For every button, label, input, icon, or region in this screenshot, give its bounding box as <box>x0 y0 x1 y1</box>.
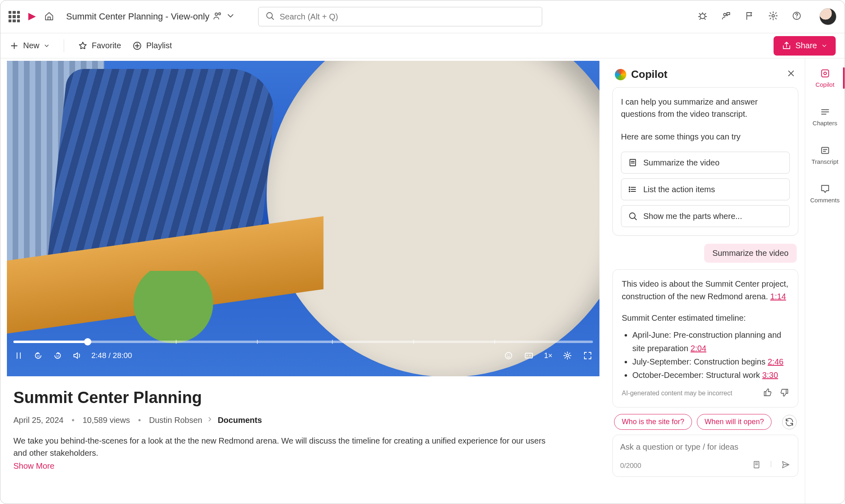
close-icon[interactable] <box>786 69 796 81</box>
right-rail: Copilot Chapters Transcript Comments <box>805 58 845 504</box>
response-timeline-list: April-June: Pre-construction planning an… <box>632 328 789 382</box>
copilot-response-card: This video is about the Summit Center pr… <box>612 269 798 407</box>
video-date: April 25, 2024 <box>13 416 63 425</box>
rail-tab-chapters[interactable]: Chapters <box>805 104 845 129</box>
document-title: Summit Center Planning - View-only <box>66 11 209 22</box>
new-button[interactable]: New <box>9 41 50 51</box>
person-feedback-icon[interactable] <box>721 11 731 22</box>
pause-icon[interactable] <box>13 350 24 361</box>
content-area: 10 10 2:48 / 28:00 1× <box>0 58 845 504</box>
ai-disclaimer: AI-generated content may be incorrect <box>622 390 732 397</box>
video-description: We take you behind-the-scenes for a look… <box>13 435 549 459</box>
document-title-group: Summit Center Planning - View-only <box>66 11 235 22</box>
timestamp-link[interactable]: 3:30 <box>762 371 778 380</box>
copilot-try-label: Here are some things you can try <box>621 131 790 143</box>
copilot-panel: Copilot I can help you summarize and ans… <box>606 58 805 504</box>
breadcrumb-current[interactable]: Documents <box>218 416 262 425</box>
list-item: October-December: Structural work 3:30 <box>632 369 789 382</box>
show-more-link[interactable]: Show More <box>13 461 54 471</box>
video-author[interactable]: Dustin Robsen <box>149 416 202 425</box>
svg-rect-11 <box>525 353 532 358</box>
player-settings-icon[interactable] <box>562 350 573 361</box>
app-root: Summit Center Planning - View-only <box>0 0 845 504</box>
reactions-icon[interactable] <box>503 350 514 361</box>
video-frame[interactable]: 10 10 2:48 / 28:00 1× <box>7 61 599 376</box>
main-column: 10 10 2:48 / 28:00 1× <box>0 58 606 504</box>
new-label: New <box>23 41 39 50</box>
bug-icon[interactable] <box>698 11 707 22</box>
send-icon[interactable] <box>781 460 791 472</box>
flag-icon[interactable] <box>745 11 754 22</box>
suggestion-action-items[interactable]: List the action items <box>621 178 790 200</box>
svg-text:10: 10 <box>37 355 40 358</box>
svg-point-0 <box>215 13 218 15</box>
favorite-label: Favorite <box>92 41 121 50</box>
toolbar-divider <box>64 39 64 52</box>
svg-point-10 <box>505 352 512 359</box>
favorite-button[interactable]: Favorite <box>78 41 121 51</box>
suggestion-label: Summarize the video <box>643 158 720 167</box>
suggestion-summarize[interactable]: Summarize the video <box>621 152 790 174</box>
stream-app-logo-icon[interactable] <box>26 11 38 22</box>
chevron-down-icon <box>821 43 828 49</box>
svg-point-5 <box>772 15 774 17</box>
rail-tab-transcript[interactable]: Transcript <box>805 143 845 167</box>
list-item: April-June: Pre-construction planning an… <box>632 328 789 355</box>
volume-icon[interactable] <box>72 350 82 361</box>
help-icon[interactable] <box>792 11 802 22</box>
playlist-button[interactable]: Playlist <box>132 41 172 51</box>
home-icon[interactable] <box>44 11 55 22</box>
header-actions <box>698 8 836 25</box>
seek-bar[interactable] <box>13 341 593 343</box>
search-box[interactable] <box>258 7 542 26</box>
playback-speed[interactable]: 1× <box>544 352 552 360</box>
copilot-header: Copilot <box>611 65 800 87</box>
rewind-10-icon[interactable]: 10 <box>33 350 43 361</box>
suggestion-show-parts[interactable]: Show me the parts where... <box>621 205 790 227</box>
rail-tab-comments[interactable]: Comments <box>805 181 845 206</box>
seek-thumb[interactable] <box>84 338 91 345</box>
video-title: Summit Center Planning <box>13 388 593 407</box>
search-icon <box>265 11 275 22</box>
refresh-suggestions-icon[interactable] <box>782 415 797 429</box>
thumbs-up-icon[interactable] <box>763 388 773 399</box>
followup-chip[interactable]: Who is the site for? <box>614 414 692 430</box>
copilot-title: Copilot <box>631 68 668 81</box>
user-avatar[interactable] <box>819 8 836 25</box>
svg-point-4 <box>724 13 726 16</box>
list-item: July-September: Construction begins 2:46 <box>632 355 789 369</box>
video-info: Summit Center Planning April 25, 2024 10… <box>0 376 606 471</box>
share-button[interactable]: Share <box>774 36 836 56</box>
captions-icon[interactable] <box>524 350 534 361</box>
video-meta: April 25, 2024 10,589 views Dustin Robse… <box>13 416 593 425</box>
forward-10-icon[interactable]: 10 <box>52 350 63 361</box>
response-timeline-heading: Summit Center estimated timeline: <box>622 312 789 324</box>
timestamp-link[interactable]: 1:14 <box>770 292 786 301</box>
svg-point-16 <box>629 191 630 192</box>
timestamp-link[interactable]: 2:46 <box>768 357 784 366</box>
followup-chip-row: Who is the site for? When will it open? <box>611 412 800 435</box>
people-access-icon[interactable] <box>213 11 222 22</box>
app-launcher-icon[interactable] <box>9 11 20 22</box>
svg-point-20 <box>823 72 826 75</box>
toolbar: New Favorite Playlist Share <box>0 33 845 58</box>
svg-rect-21 <box>821 147 828 153</box>
svg-rect-13 <box>630 159 636 166</box>
settings-gear-icon[interactable] <box>768 11 778 22</box>
thumbs-down-icon[interactable] <box>779 388 789 399</box>
followup-chip[interactable]: When will it open? <box>697 414 772 430</box>
video-views: 10,589 views <box>82 416 130 425</box>
app-header: Summit Center Planning - View-only <box>0 0 845 33</box>
prompt-book-icon[interactable] <box>752 460 761 472</box>
copilot-logo-icon <box>615 69 626 80</box>
time-display: 2:48 / 28:00 <box>91 351 132 360</box>
svg-text:10: 10 <box>56 355 59 358</box>
fullscreen-icon[interactable] <box>582 350 593 361</box>
rail-tab-copilot[interactable]: Copilot <box>805 66 845 90</box>
copilot-input[interactable] <box>620 442 791 452</box>
search-input[interactable] <box>280 12 535 21</box>
chevron-down-icon[interactable] <box>226 11 235 22</box>
share-label: Share <box>795 41 817 50</box>
timestamp-link[interactable]: 2:04 <box>690 344 706 353</box>
svg-point-15 <box>629 189 630 190</box>
